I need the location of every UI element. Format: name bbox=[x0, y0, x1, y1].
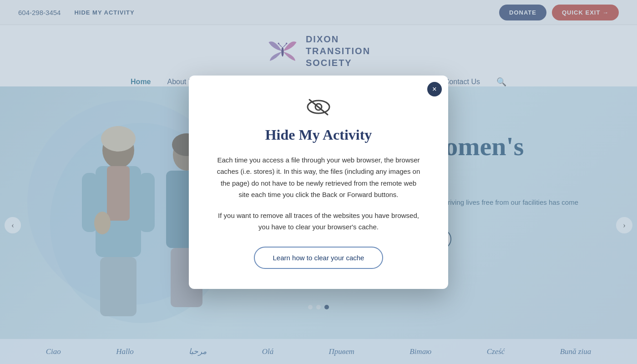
modal-title: Hide My Activity bbox=[216, 126, 421, 143]
eye-slash-svg bbox=[306, 97, 331, 116]
modal-overlay: × Hide My Activity Each time you access … bbox=[0, 0, 637, 364]
learn-how-button[interactable]: Learn how to clear your cache bbox=[254, 247, 384, 269]
modal-body-para2: If you want to remove all traces of the … bbox=[216, 210, 421, 233]
hide-activity-modal: × Hide My Activity Each time you access … bbox=[189, 76, 448, 289]
modal-body-para1: Each time you access a file through your… bbox=[216, 154, 421, 201]
modal-close-button[interactable]: × bbox=[427, 82, 442, 96]
eye-slash-icon bbox=[216, 97, 421, 121]
